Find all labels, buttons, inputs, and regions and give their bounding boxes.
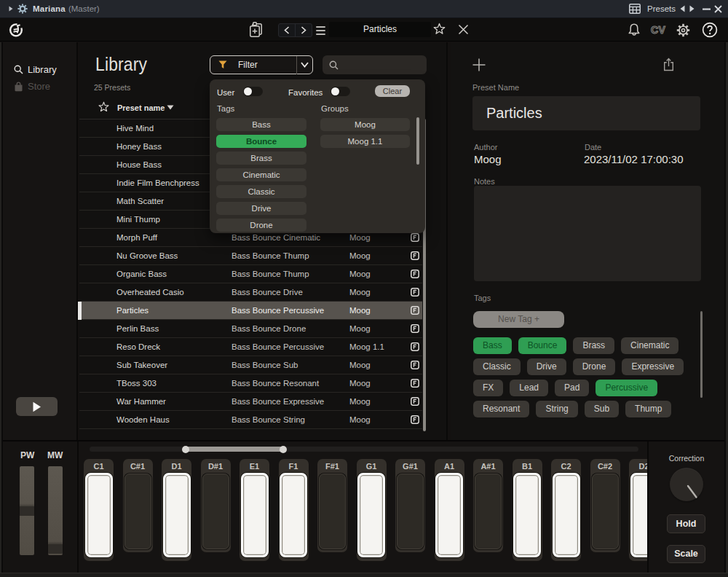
filter-tag-cinematic[interactable]: Cinematic bbox=[216, 168, 306, 181]
preset-name-input[interactable]: Particles bbox=[472, 96, 700, 130]
sidebar-item-library[interactable]: Library bbox=[14, 64, 57, 75]
piano-key-a1[interactable] bbox=[435, 473, 463, 557]
favorite-star-icon[interactable] bbox=[433, 23, 446, 35]
preset-row[interactable]: Organic BassBass Bounce ThumpMoog bbox=[79, 265, 422, 283]
minimize-button[interactable] bbox=[703, 8, 711, 10]
filter-tag-classic[interactable]: Classic bbox=[216, 185, 306, 198]
detail-scrollbar[interactable] bbox=[700, 311, 703, 398]
piano-key-as1[interactable] bbox=[475, 474, 502, 549]
tag-chip-resonant[interactable]: Resonant bbox=[473, 401, 529, 417]
piano-key-f1[interactable] bbox=[280, 473, 307, 557]
filter-group-moog-1-1[interactable]: Moog 1.1 bbox=[320, 135, 410, 148]
tag-chip-bass[interactable]: Bass bbox=[473, 337, 512, 354]
previous-button[interactable] bbox=[279, 24, 296, 36]
sidebar-item-store[interactable]: Store bbox=[14, 81, 50, 92]
tag-chip-pad[interactable]: Pad bbox=[555, 380, 589, 396]
tag-chip-bounce[interactable]: Bounce bbox=[518, 337, 567, 354]
filter-tag-brass[interactable]: Brass bbox=[216, 152, 306, 165]
preset-name-column-header[interactable]: Preset name bbox=[117, 103, 165, 112]
filter-tag-bounce[interactable]: Bounce bbox=[216, 135, 306, 148]
next-button[interactable] bbox=[296, 24, 312, 36]
filter-dropdown-button[interactable]: Filter bbox=[210, 55, 313, 74]
share-icon[interactable] bbox=[662, 58, 675, 71]
clear-preset-icon[interactable] bbox=[458, 24, 469, 35]
preset-row-tags: Bass Bounce Percussive bbox=[232, 342, 324, 351]
preset-row[interactable]: TBoss 303Bass Bounce ResonantMoog bbox=[79, 374, 422, 393]
author-label: Author bbox=[474, 143, 497, 152]
filter-tag-drone[interactable]: Drone bbox=[216, 219, 306, 232]
scale-button[interactable]: Scale bbox=[667, 545, 705, 563]
preset-search-input[interactable] bbox=[323, 55, 427, 74]
tag-chip-cinematic[interactable]: Cinematic bbox=[621, 337, 678, 354]
factory-preset-icon bbox=[411, 342, 419, 351]
preset-row[interactable]: Perlin BassBass Bounce DroneMoog bbox=[79, 320, 422, 338]
close-window-button[interactable] bbox=[714, 5, 722, 13]
piano-key-c2[interactable] bbox=[553, 473, 580, 557]
tag-chip-string[interactable]: String bbox=[536, 401, 577, 417]
key-label: D#1 bbox=[201, 462, 231, 471]
piano-key-d1[interactable] bbox=[163, 473, 191, 557]
preset-menu-icon[interactable] bbox=[316, 26, 325, 37]
current-preset-field[interactable]: Particles bbox=[329, 22, 431, 37]
piano-key-cs2[interactable] bbox=[592, 474, 619, 549]
sort-descending-icon[interactable] bbox=[167, 105, 174, 110]
plugin-gear-icon[interactable] bbox=[17, 4, 28, 14]
filter-tag-drive[interactable]: Drive bbox=[216, 202, 306, 215]
favorites-column-icon[interactable] bbox=[98, 101, 109, 112]
expand-triangle-icon[interactable] bbox=[9, 6, 13, 12]
filter-tag-bass[interactable]: Bass bbox=[216, 118, 306, 131]
clear-filters-button[interactable]: Clear bbox=[375, 85, 410, 97]
preset-row[interactable]: Nu Groove BassBass Bounce ThumpMoog bbox=[79, 247, 422, 265]
prev-preset-button[interactable] bbox=[680, 5, 685, 12]
notes-textarea[interactable] bbox=[474, 186, 701, 281]
filter-group-moog[interactable]: Moog bbox=[320, 118, 410, 131]
pitch-wheel-slider[interactable] bbox=[20, 466, 34, 555]
next-preset-button[interactable] bbox=[689, 5, 695, 12]
cv-settings-button[interactable]: CV bbox=[651, 24, 665, 36]
tag-chip-thump[interactable]: Thump bbox=[625, 401, 671, 417]
favorites-toggle[interactable] bbox=[331, 87, 350, 96]
keyboard-scrollbar-thumb[interactable] bbox=[183, 447, 285, 452]
tag-chip-drone[interactable]: Drone bbox=[573, 358, 616, 375]
mod-wheel-slider[interactable] bbox=[48, 466, 63, 555]
piano-key-c1[interactable] bbox=[85, 473, 113, 557]
preview-play-button[interactable] bbox=[16, 397, 58, 416]
tag-chip-classic[interactable]: Classic bbox=[473, 358, 521, 375]
tag-chip-sub[interactable]: Sub bbox=[585, 401, 619, 417]
tag-chip-expressive[interactable]: Expressive bbox=[622, 358, 684, 375]
notifications-bell-icon[interactable] bbox=[627, 23, 641, 37]
piano-key-ds1[interactable] bbox=[202, 474, 229, 549]
piano-key-e1[interactable] bbox=[241, 473, 269, 557]
piano-key-cs1[interactable] bbox=[124, 474, 151, 549]
tag-chip-fx[interactable]: FX bbox=[473, 380, 503, 396]
preset-row[interactable]: Wooden HausBass Bounce StringMoog bbox=[79, 411, 422, 429]
user-toggle[interactable] bbox=[243, 87, 263, 96]
piano-key-d2[interactable] bbox=[630, 473, 649, 557]
piano-key-g1[interactable] bbox=[357, 473, 385, 557]
correction-knob[interactable] bbox=[670, 468, 703, 501]
settings-gear-icon[interactable] bbox=[676, 23, 691, 38]
preset-grid-icon[interactable] bbox=[629, 4, 641, 14]
tag-chip-brass[interactable]: Brass bbox=[573, 337, 614, 354]
tag-chip-lead[interactable]: Lead bbox=[510, 380, 548, 396]
preset-row[interactable]: War HammerBass Bounce ExpressiveMoog bbox=[79, 393, 422, 411]
help-icon[interactable] bbox=[702, 22, 718, 38]
copy-preset-icon[interactable] bbox=[248, 22, 264, 38]
preset-row[interactable]: Reso DreckBass Bounce PercussiveMoog 1.1 bbox=[79, 338, 422, 356]
tag-chip-drive[interactable]: Drive bbox=[527, 358, 566, 375]
pitch-wheel-handle[interactable] bbox=[20, 506, 34, 516]
piano-key-fs1[interactable] bbox=[319, 474, 346, 549]
mod-wheel-handle[interactable] bbox=[48, 544, 63, 554]
preset-row[interactable]: ParticlesBass Bounce PercussiveMoog bbox=[79, 302, 422, 320]
piano-key-b1[interactable] bbox=[513, 473, 541, 557]
tag-chip-percussive[interactable]: Percussive bbox=[596, 380, 657, 396]
preset-row[interactable]: Sub TakeoverBass Bounce SubMoog bbox=[79, 356, 422, 374]
filter-popup-scrollbar[interactable] bbox=[416, 117, 419, 165]
key-label: D1 bbox=[162, 462, 191, 471]
add-preset-icon[interactable] bbox=[472, 58, 486, 71]
piano-key-gs1[interactable] bbox=[397, 474, 424, 549]
preset-row[interactable]: Overheated CasioBass Bounce DriveMoog bbox=[79, 283, 422, 302]
keyboard-scrollbar-track[interactable] bbox=[90, 447, 638, 452]
hold-button[interactable]: Hold bbox=[667, 514, 705, 533]
new-tag-button[interactable]: New Tag + bbox=[473, 311, 564, 328]
